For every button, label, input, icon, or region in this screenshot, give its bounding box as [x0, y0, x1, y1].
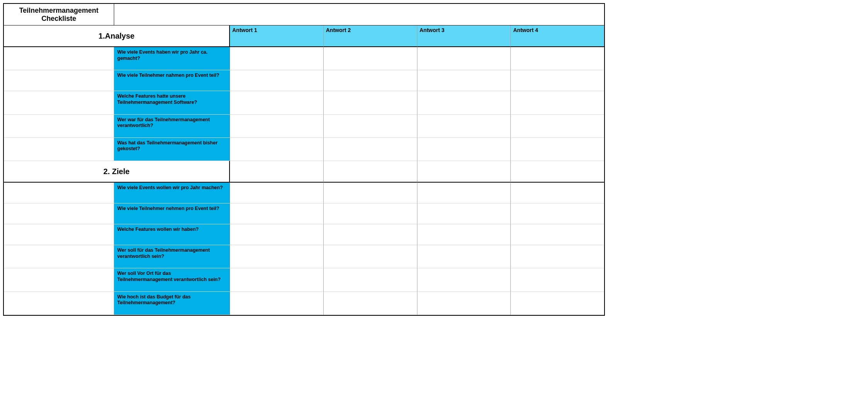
answer-cell[interactable] — [324, 138, 417, 161]
question-row: Wer war für das Teilnehmermanagement ver… — [4, 115, 604, 138]
question-row: Wie hoch ist das Budget für das Teilnehm… — [4, 292, 604, 315]
answer-cell[interactable] — [511, 161, 604, 183]
question-left-blank — [4, 91, 114, 114]
answer-cell[interactable] — [230, 91, 324, 114]
answer-cell[interactable] — [511, 183, 604, 203]
answer-header-4: Antwort 4 — [511, 25, 604, 47]
section-ziele-label: 2. Ziele — [4, 161, 230, 183]
answer-cell[interactable] — [417, 91, 511, 114]
answer-cell[interactable] — [511, 70, 604, 91]
answer-cell[interactable] — [417, 47, 511, 70]
question-text: Wer soll Vor Ort für das Teilnehmermanag… — [114, 268, 230, 291]
answer-cell[interactable] — [511, 203, 604, 224]
answer-cell[interactable] — [324, 70, 417, 91]
answer-cell[interactable] — [230, 203, 324, 224]
title-row: Teilnehmermanagement Checkliste — [4, 4, 604, 25]
question-text: Wie viele Events wollen wir pro Jahr mac… — [114, 183, 230, 203]
question-left-blank — [4, 138, 114, 161]
answer-cell[interactable] — [324, 161, 417, 183]
answer-cell[interactable] — [230, 224, 324, 245]
question-text: Wer soll für das Teilnehmermanagement ve… — [114, 245, 230, 268]
answer-cell[interactable] — [230, 292, 324, 315]
answer-cell[interactable] — [230, 115, 324, 138]
answer-cell[interactable] — [230, 245, 324, 268]
answer-cell[interactable] — [417, 245, 511, 268]
question-row: Wer soll Vor Ort für das Teilnehmermanag… — [4, 268, 604, 291]
answer-cell[interactable] — [417, 161, 511, 183]
answer-cell[interactable] — [324, 115, 417, 138]
question-text: Wie viele Events haben wir pro Jahr ca. … — [114, 47, 230, 70]
answer-header-2: Antwort 2 — [324, 25, 417, 47]
question-text: Wer war für das Teilnehmermanagement ver… — [114, 115, 230, 138]
answer-cell[interactable] — [511, 268, 604, 291]
answer-cell[interactable] — [324, 292, 417, 315]
answer-cell[interactable] — [511, 91, 604, 114]
answer-cell[interactable] — [230, 138, 324, 161]
question-left-blank — [4, 115, 114, 138]
question-text: Welche Features hatte unsere Teilnehmerm… — [114, 91, 230, 114]
answer-cell[interactable] — [324, 224, 417, 245]
answer-cell[interactable] — [230, 161, 324, 183]
section-header-row: 1.Analyse Antwort 1 Antwort 2 Antwort 3 … — [4, 25, 604, 47]
question-text: Wie viele Teilnehmer nehmen pro Event te… — [114, 203, 230, 224]
question-left-blank — [4, 292, 114, 315]
answer-cell[interactable] — [417, 292, 511, 315]
checklist-sheet: Teilnehmermanagement Checkliste 1.Analys… — [3, 3, 605, 316]
question-left-blank — [4, 47, 114, 70]
question-left-blank — [4, 70, 114, 91]
title-blank — [114, 4, 604, 25]
question-row: Wie viele Teilnehmer nahmen pro Event te… — [4, 70, 604, 91]
answer-cell[interactable] — [230, 70, 324, 91]
question-row: Welche Features hatte unsere Teilnehmerm… — [4, 91, 604, 114]
answer-cell[interactable] — [511, 224, 604, 245]
answer-header-3: Antwort 3 — [417, 25, 511, 47]
answer-cell[interactable] — [324, 47, 417, 70]
answer-cell[interactable] — [511, 138, 604, 161]
question-row: Wie viele Events haben wir pro Jahr ca. … — [4, 47, 604, 70]
answer-cell[interactable] — [324, 245, 417, 268]
question-text: Wie hoch ist das Budget für das Teilnehm… — [114, 292, 230, 315]
question-left-blank — [4, 224, 114, 245]
answer-cell[interactable] — [417, 268, 511, 291]
question-left-blank — [4, 203, 114, 224]
question-left-blank — [4, 268, 114, 291]
question-row: Wie viele Events wollen wir pro Jahr mac… — [4, 183, 604, 203]
answer-cell[interactable] — [324, 91, 417, 114]
answer-cell[interactable] — [230, 47, 324, 70]
question-row: Wer soll für das Teilnehmermanagement ve… — [4, 245, 604, 268]
answer-cell[interactable] — [417, 183, 511, 203]
question-text: Welche Features wollen wir haben? — [114, 224, 230, 245]
answer-cell[interactable] — [417, 138, 511, 161]
question-left-blank — [4, 245, 114, 268]
answer-cell[interactable] — [230, 183, 324, 203]
section-analyse-label: 1.Analyse — [4, 25, 230, 47]
section-header-row: 2. Ziele — [4, 161, 604, 183]
answer-cell[interactable] — [324, 183, 417, 203]
answer-cell[interactable] — [417, 224, 511, 245]
answer-cell[interactable] — [511, 245, 604, 268]
answer-cell[interactable] — [417, 70, 511, 91]
answer-header-1: Antwort 1 — [230, 25, 324, 47]
question-row: Welche Features wollen wir haben? — [4, 224, 604, 245]
answer-cell[interactable] — [511, 292, 604, 315]
answer-cell[interactable] — [324, 268, 417, 291]
answer-cell[interactable] — [511, 115, 604, 138]
question-text: Was hat das Teilnehmermanagement bisher … — [114, 138, 230, 161]
answer-cell[interactable] — [417, 115, 511, 138]
answer-cell[interactable] — [417, 203, 511, 224]
question-text: Wie viele Teilnehmer nahmen pro Event te… — [114, 70, 230, 91]
answer-cell[interactable] — [511, 47, 604, 70]
document-title: Teilnehmermanagement Checkliste — [4, 4, 114, 25]
question-row: Wie viele Teilnehmer nehmen pro Event te… — [4, 203, 604, 224]
question-left-blank — [4, 183, 114, 203]
answer-cell[interactable] — [324, 203, 417, 224]
question-row: Was hat das Teilnehmermanagement bisher … — [4, 138, 604, 161]
answer-cell[interactable] — [230, 268, 324, 291]
